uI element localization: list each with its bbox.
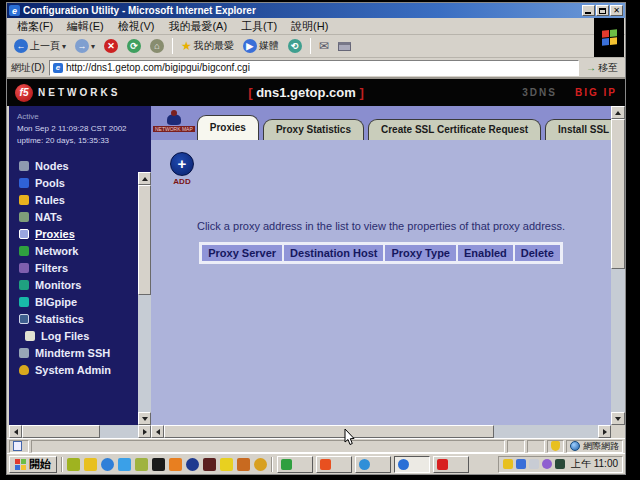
minimize-button[interactable] <box>582 5 595 16</box>
sidebar-item-monitors[interactable]: Monitors <box>9 276 151 293</box>
menu-tools[interactable]: 工具(T) <box>235 18 283 35</box>
scrollbar-corner <box>611 425 625 438</box>
refresh-button[interactable]: ⟳ <box>124 38 144 54</box>
quicklaunch-icon[interactable] <box>152 458 165 471</box>
scroll-right-button[interactable] <box>138 425 151 438</box>
quicklaunch-icon[interactable] <box>169 458 182 471</box>
history-button[interactable]: ⟲ <box>285 38 305 54</box>
title-bar: e Configuration Utility - Microsoft Inte… <box>7 3 625 18</box>
tab-proxy-statistics[interactable]: Proxy Statistics <box>263 119 364 140</box>
scroll-thumb[interactable] <box>22 425 100 438</box>
main-vertical-scrollbar[interactable] <box>611 106 625 425</box>
sidebar-item-system-admin[interactable]: System Admin <box>9 361 151 378</box>
scroll-thumb[interactable] <box>164 425 494 438</box>
menu-file[interactable]: 檔案(F) <box>11 18 59 35</box>
quicklaunch-icon[interactable] <box>220 458 233 471</box>
stop-button[interactable]: ✕ <box>101 38 121 54</box>
quicklaunch-icon[interactable] <box>84 458 97 471</box>
menu-edit[interactable]: 編輯(E) <box>61 18 110 35</box>
sidebar-frame: Active Mon Sep 2 11:09:28 CST 2002 uptim… <box>9 106 151 438</box>
sidebar-item-nodes[interactable]: Nodes <box>9 157 151 174</box>
quicklaunch-icon[interactable] <box>186 458 199 471</box>
sidebar-horizontal-scrollbar[interactable] <box>9 425 151 438</box>
quicklaunch-icon[interactable] <box>101 458 114 471</box>
scroll-up-button[interactable] <box>138 172 151 185</box>
back-button[interactable]: ← 上一頁 ▾ <box>11 38 69 54</box>
quicklaunch-icon[interactable] <box>135 458 148 471</box>
scroll-left-button[interactable] <box>9 425 22 438</box>
sidebar-item-rules[interactable]: Rules <box>9 191 151 208</box>
scroll-down-button[interactable] <box>611 412 625 425</box>
scroll-up-button[interactable] <box>611 106 625 119</box>
sidebar-item-statistics[interactable]: Statistics <box>9 310 151 327</box>
taskbar-window-button[interactable] <box>277 456 313 473</box>
zone-label: 網際網路 <box>583 440 619 453</box>
menu-help[interactable]: 說明(H) <box>285 18 334 35</box>
bracket-open: [ <box>248 85 252 100</box>
tray-icon[interactable] <box>516 459 526 469</box>
scroll-right-button[interactable] <box>598 425 611 438</box>
forward-button[interactable]: → ▾ <box>72 38 98 54</box>
address-url: http://dns1.getop.com/bigipgui/bigconf.c… <box>66 62 250 73</box>
quicklaunch-icon[interactable] <box>203 458 216 471</box>
tray-icon[interactable] <box>529 459 539 469</box>
sidebar-item-mindterm-ssh[interactable]: Mindterm SSH <box>9 344 151 361</box>
scroll-down-button[interactable] <box>138 412 151 425</box>
menu-favorites[interactable]: 我的最愛(A) <box>162 18 233 35</box>
sidebar-item-bigpipe[interactable]: BIGpipe <box>9 293 151 310</box>
scroll-thumb[interactable] <box>611 119 625 269</box>
taskbar-window-button[interactable] <box>316 456 352 473</box>
quicklaunch-icon[interactable] <box>254 458 267 471</box>
instruction-text: Click a proxy address in the list to vie… <box>151 220 611 232</box>
quicklaunch-icon[interactable] <box>67 458 80 471</box>
main-horizontal-scrollbar[interactable] <box>151 425 625 438</box>
tray-icon[interactable] <box>555 459 565 469</box>
tray-icon[interactable] <box>503 459 513 469</box>
go-label: 移至 <box>598 61 618 75</box>
tab-proxies[interactable]: Proxies <box>197 115 259 140</box>
quicklaunch-icon[interactable] <box>118 458 131 471</box>
sidebar-item-proxies[interactable]: Proxies <box>9 225 151 242</box>
tab-install-ssl-certificate[interactable]: Install SSL Certif <box>545 119 611 140</box>
tab-create-ssl-certificate-request[interactable]: Create SSL Certificate Request <box>368 119 541 140</box>
forward-dropdown-icon[interactable]: ▾ <box>91 42 95 51</box>
back-dropdown-icon[interactable]: ▾ <box>62 42 66 51</box>
link-bigip[interactable]: BIG IP <box>575 87 617 98</box>
go-button[interactable]: → 移至 <box>583 61 621 75</box>
start-button[interactable]: 開始 <box>9 456 57 473</box>
favorites-button[interactable]: ★ 我的最愛 <box>178 38 237 54</box>
quicklaunch-icon[interactable] <box>237 458 250 471</box>
taskbar-window-button[interactable] <box>433 456 469 473</box>
tray-icon[interactable] <box>542 459 552 469</box>
sidebar-item-nats[interactable]: NATs <box>9 208 151 225</box>
status-message-pane <box>31 440 505 453</box>
history-icon: ⟲ <box>288 39 302 53</box>
sidebar-item-filters[interactable]: Filters <box>9 259 151 276</box>
home-button[interactable]: ⌂ <box>147 38 167 54</box>
add-proxy-button[interactable]: + ADD <box>167 152 197 186</box>
address-input[interactable]: e http://dns1.getop.com/bigipgui/bigconf… <box>49 60 579 76</box>
sidebar-item-log-files[interactable]: Log Files <box>9 327 151 344</box>
internet-zone-icon <box>570 441 580 451</box>
scroll-track[interactable] <box>494 425 598 438</box>
scroll-left-button[interactable] <box>151 425 164 438</box>
close-button[interactable]: ✕ <box>610 5 623 16</box>
frameset: Active Mon Sep 2 11:09:28 CST 2002 uptim… <box>7 106 625 438</box>
sidebar-item-network[interactable]: Network <box>9 242 151 259</box>
minimize-icon <box>585 12 591 14</box>
link-3dns[interactable]: 3DNS <box>522 87 557 98</box>
menu-view[interactable]: 檢視(V) <box>112 18 161 35</box>
maximize-button[interactable] <box>596 5 609 16</box>
scroll-thumb[interactable] <box>138 185 151 295</box>
media-button[interactable]: ▶ 媒體 <box>240 38 282 54</box>
network-map-button[interactable]: NETWORK MAP <box>153 114 195 132</box>
taskbar-window-button[interactable] <box>355 456 391 473</box>
sidebar-vertical-scrollbar[interactable] <box>138 172 151 425</box>
media-icon: ▶ <box>243 39 257 53</box>
print-button[interactable] <box>335 41 354 52</box>
go-arrow-icon: → <box>586 62 596 73</box>
mail-button[interactable]: ✉ <box>316 38 332 54</box>
sidebar-item-pools[interactable]: Pools <box>9 174 151 191</box>
taskbar-window-button-active[interactable] <box>394 456 430 473</box>
scroll-track[interactable] <box>100 425 138 438</box>
